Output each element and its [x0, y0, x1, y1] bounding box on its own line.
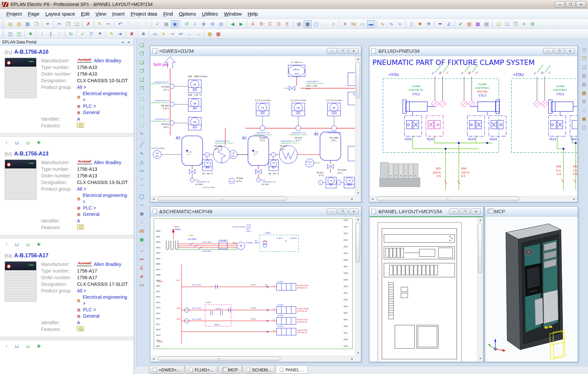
node-points-button[interactable]: ∴ [137, 218, 146, 226]
toolbar-grip[interactable] [3, 20, 4, 28]
window-close-button[interactable]: ✕ [349, 48, 359, 54]
export-part-icon[interactable]: ↑ [5, 140, 8, 145]
draw-circle-button[interactable]: ○ [137, 175, 146, 183]
delete-button[interactable]: ✗ [84, 20, 92, 28]
doc-edit-button[interactable]: ✎ [108, 30, 115, 37]
box-3d-button[interactable]: ▧ [465, 20, 473, 28]
flag-button[interactable]: ⚑ [96, 30, 104, 37]
draw-polyline-button[interactable]: ∿ [137, 149, 146, 157]
grid-size-d-button[interactable]: D [275, 20, 283, 28]
dimension-diameter-button[interactable]: ⌀ [137, 272, 146, 280]
doc-save-button[interactable]: ▽ [87, 30, 95, 37]
window-close-button[interactable]: ✕ [565, 48, 575, 54]
identifier-link[interactable]: A [77, 320, 80, 325]
structure-list-button[interactable]: ▤ [482, 20, 490, 28]
nav-back-button[interactable]: ← [185, 30, 193, 37]
window-minimize-button[interactable]: — [449, 209, 459, 215]
scroll-thumb[interactable]: ||| [158, 356, 280, 361]
layout-space-open-button[interactable]: ❒ [137, 50, 146, 58]
paste-button[interactable]: ❑ [73, 20, 81, 28]
layout-tool-win-button[interactable]: ◫ [580, 123, 588, 131]
window-restore-button[interactable]: ❐ [460, 209, 470, 215]
product-group-link[interactable]: Electrical engineering > [83, 192, 129, 205]
scroll-thumb[interactable]: ||| [377, 197, 519, 201]
product-group-link[interactable]: PLC > [83, 307, 96, 313]
app-minimize-button[interactable]: — [555, 1, 565, 8]
product-group-link[interactable]: General [83, 313, 100, 319]
document-tab-mcp[interactable]: MCP [218, 366, 242, 374]
window-gwes-titlebar[interactable]: =GWES+O1/34 — ❐ ✕ [150, 46, 361, 56]
pneu-horizontal-scrollbar[interactable]: ◄ ||| ► [370, 196, 577, 202]
window-close-button[interactable]: ✕ [349, 209, 359, 215]
schematic-diagram[interactable]: (4067)BUSBAR2MCL4802BLK 8 AWGBLK 8 AWGCO… [151, 217, 356, 350]
layer-check-button[interactable]: ✔ [457, 20, 465, 28]
layout-tool-box-button[interactable]: ▣ [580, 115, 588, 123]
scroll-thumb[interactable] [356, 223, 360, 263]
enclosure-button[interactable]: ▯ [407, 20, 415, 28]
doc-dark-button[interactable]: ❐ [511, 20, 519, 28]
product-group-link[interactable]: PLC > [83, 205, 96, 211]
app-restore-button[interactable]: ❐ [565, 1, 575, 8]
draw-line-button[interactable]: ╱ [137, 141, 146, 149]
panel-dropdown-icon[interactable]: ▾ [120, 40, 125, 44]
product-group-all-link[interactable]: All > [77, 288, 86, 294]
window-restore-button[interactable]: ❐ [338, 48, 348, 54]
insert-pin-button[interactable]: ✚ [416, 20, 424, 28]
macro-box-button[interactable]: ▦ [474, 20, 482, 28]
snap-to-grid-button[interactable]: ▦ [304, 20, 312, 28]
manufacturer-link[interactable]: Allen Bradley [94, 262, 121, 267]
product-group-link[interactable]: General [83, 211, 100, 218]
mcp-3d-view[interactable] [485, 217, 577, 361]
format-paint-button[interactable]: ✎ [96, 20, 104, 28]
layout-tool-dock-button[interactable]: ◫ [580, 46, 588, 54]
portal-item-name-link[interactable]: A-B.1756-A17 [14, 253, 48, 258]
scroll-down-icon[interactable]: ▼ [355, 190, 361, 196]
window-close-button[interactable]: ✕ [471, 209, 481, 215]
scroll-up-icon[interactable]: ▲ [355, 56, 361, 62]
zoom-window-button[interactable]: ⌕ [191, 20, 199, 28]
scroll-up-icon[interactable]: ▲ [355, 217, 361, 222]
cube-ghost-c-button[interactable]: ❒ [137, 112, 146, 120]
copy-button[interactable]: ❐ [64, 20, 72, 28]
doc-delete-button[interactable]: ✘ [128, 30, 136, 37]
window-overview-new-button[interactable]: ◫ [15, 30, 23, 37]
report-ruler-button[interactable]: ▭ [151, 30, 159, 37]
document-tab--gwes-[interactable]: =GWES+... [149, 366, 184, 374]
window-panel-titlebar[interactable]: &PANEL LAYOUT+MCP/154 — ❐ ✕ [369, 207, 483, 217]
import-project-button[interactable]: ▨ [24, 20, 32, 28]
zoom-100-button[interactable]: ◎ [217, 20, 225, 28]
doc-fold-button[interactable]: ❏ [494, 20, 502, 28]
layout-space-paste-button[interactable]: ❒ [137, 84, 146, 92]
connection-split-button[interactable]: ∠ [445, 20, 453, 28]
cube-ghost-d-button[interactable]: ❑ [137, 121, 146, 129]
page-forward-button[interactable]: ▶ [237, 20, 245, 28]
settings-button[interactable]: ✦ [44, 20, 52, 28]
identifier-link[interactable]: A [77, 116, 80, 122]
scroll-thumb[interactable]: ||| [158, 197, 287, 201]
print-button[interactable]: ❒ [32, 20, 40, 28]
menu-project-data[interactable]: Project data [128, 10, 160, 18]
panel-layout-drawing[interactable] [370, 217, 478, 361]
doc-backup-button[interactable]: ➔ [116, 30, 124, 37]
add-to-cart-icon[interactable]: ⊔ [26, 242, 30, 247]
scroll-left-icon[interactable]: ◄ [151, 196, 156, 202]
autoconnect-one-button[interactable]: ∿ [379, 20, 387, 28]
object-snap-button[interactable]: ▢ [312, 20, 320, 28]
nav-forward-button[interactable]: → [194, 30, 202, 37]
layout-tool-home-button[interactable]: ⌂ [580, 106, 588, 114]
gwes-horizontal-scrollbar[interactable]: ◄ ||| ► [151, 196, 355, 202]
scroll-down-icon[interactable]: ▼ [478, 356, 483, 361]
add-tag-icon[interactable]: ✚ [37, 242, 41, 247]
autoconnect-two-button[interactable]: ∿ [387, 20, 395, 28]
add-to-cart-icon[interactable]: ⊔ [26, 140, 30, 145]
open-project-button[interactable]: ▧ [15, 20, 23, 28]
scroll-left-icon[interactable]: ◄ [370, 196, 375, 202]
measure-ruler-button[interactable]: ▭ [137, 281, 146, 289]
cart-preselect-icon[interactable]: ⊔ [15, 140, 19, 145]
table-format-button[interactable]: ▦ [214, 30, 222, 37]
undo-button[interactable]: ↶ [116, 20, 124, 28]
layout-space-cut-button[interactable]: ❑ [137, 76, 146, 84]
window-pneu-titlebar[interactable]: &FLUID+PNEU/34 — ❐ ✕ [369, 46, 577, 56]
layout-tool-list-button[interactable]: ≣ [580, 97, 588, 105]
app-titlebar[interactable]: EPLAN Electric P8 - Professional SP1 - &… [0, 0, 588, 9]
